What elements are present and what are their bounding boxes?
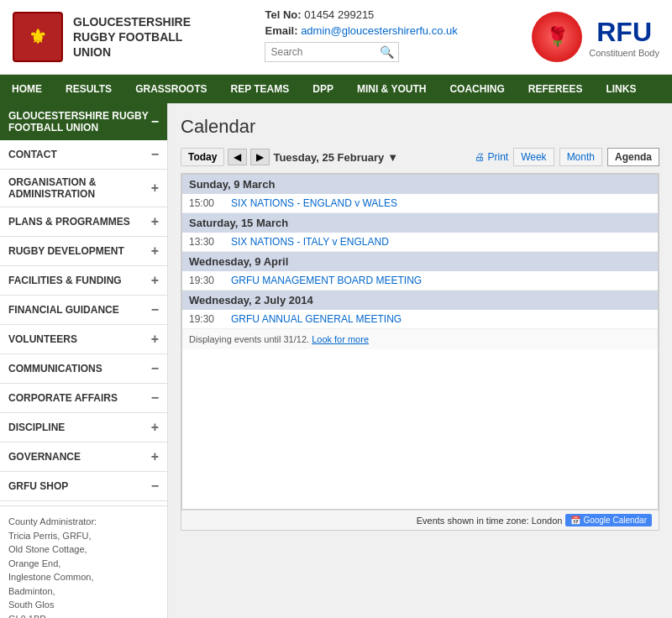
sidebar-item-financial-label: FINANCIAL GUIDANCE [8, 304, 119, 316]
sidebar-item-governance-label: GOVERNANCE [8, 451, 81, 463]
calendar-controls: Today ◀ ▶ Tuesday, 25 February ▼ 🖨 Print… [181, 148, 659, 166]
rfu-branding: RFU Constituent Body [589, 17, 659, 58]
nav-mini-youth[interactable]: MINI & YOUTH [345, 75, 438, 103]
event-time-4: 19:30 [189, 313, 231, 325]
event-name-3[interactable]: GRFU MANAGEMENT BOARD MEETING [231, 275, 422, 286]
nav: HOME RESULTS GRASSROOTS REP TEAMS DPP MI… [0, 75, 672, 103]
today-button[interactable]: Today [181, 148, 224, 166]
sidebar-item-discipline-label: DISCIPLINE [8, 422, 65, 433]
sidebar-address: County Administrator: Tricia Perris, GRF… [0, 505, 167, 618]
nav-rep-teams[interactable]: REP TEAMS [218, 75, 301, 103]
nav-links[interactable]: LINKS [594, 75, 648, 103]
address-postcode: GL9 1BP [8, 612, 159, 619]
org-name: GLOUCESTERSHIRE RUGBY FOOTBALL UNION [73, 14, 191, 60]
sidebar-item-grfu-shop[interactable]: GRFU SHOP − [0, 472, 167, 501]
sidebar-item-grfu-shop-label: GRFU SHOP [8, 480, 68, 492]
sidebar-item-organisation-toggle[interactable]: + [151, 181, 159, 196]
address-admin-label: County Administrator: [8, 515, 159, 529]
sidebar-item-plans-toggle[interactable]: + [151, 214, 159, 229]
next-button[interactable]: ▶ [250, 149, 270, 165]
sidebar-item-corporate-toggle[interactable]: − [151, 390, 159, 406]
header-left: GLOUCESTERSHIRE RUGBY FOOTBALL UNION [13, 12, 191, 62]
date-header-3: Wednesday, 9 April [182, 252, 658, 271]
date-header-4: Wednesday, 2 July 2014 [182, 291, 658, 310]
address-line5: South Glos [8, 598, 159, 612]
event-time-3: 19:30 [189, 275, 231, 286]
nav-referees[interactable]: REFEREES [517, 75, 595, 103]
page-title: Calendar [181, 116, 659, 138]
sidebar: GLOUCESTERSHIRE RUGBY FOOTBALL UNION − C… [0, 103, 168, 618]
event-name-4[interactable]: GRFU ANNUAL GENERAL MEETING [231, 313, 402, 325]
prev-button[interactable]: ◀ [228, 149, 247, 165]
sidebar-item-communications[interactable]: COMMUNICATIONS − [0, 354, 167, 384]
sidebar-item-facilities[interactable]: FACILITIES & FUNDING + [0, 266, 167, 296]
nav-results[interactable]: RESULTS [54, 75, 123, 103]
nav-coaching[interactable]: COACHING [438, 75, 516, 103]
sidebar-item-plans-label: PLANS & PROGRAMMES [8, 216, 130, 228]
sidebar-item-plans[interactable]: PLANS & PROGRAMMES + [0, 207, 167, 237]
event-time-1: 15:00 [189, 197, 231, 209]
date-header-1: Sunday, 9 March [182, 175, 658, 194]
sidebar-item-rugby-dev[interactable]: RUGBY DEVELOPMENT + [0, 237, 167, 266]
print-button[interactable]: 🖨 Print [475, 151, 508, 163]
nav-home[interactable]: HOME [0, 75, 54, 103]
email-line: Email: admin@gloucestershirerfu.co.uk [265, 24, 457, 37]
event-row-1: 15:00 SIX NATIONS - ENGLAND v WALES [182, 194, 658, 213]
nav-dpp[interactable]: DPP [301, 75, 345, 103]
email-label: Email: [265, 24, 297, 37]
sidebar-item-discipline-toggle[interactable]: + [151, 420, 159, 435]
sidebar-item-discipline[interactable]: DISCIPLINE + [0, 413, 167, 443]
sidebar-header: GLOUCESTERSHIRE RUGBY FOOTBALL UNION − [0, 103, 167, 140]
current-date-label: Tuesday, 25 February [273, 151, 384, 164]
nav-grassroots[interactable]: GRASSROOTS [123, 75, 218, 103]
email-link[interactable]: admin@gloucestershirerfu.co.uk [301, 24, 458, 37]
sidebar-item-corporate[interactable]: CORPORATE AFFAIRS − [0, 384, 167, 413]
search-input[interactable] [270, 46, 380, 58]
content: GLOUCESTERSHIRE RUGBY FOOTBALL UNION − C… [0, 103, 672, 618]
event-name-1[interactable]: SIX NATIONS - ENGLAND v WALES [231, 197, 397, 209]
print-icon: 🖨 [475, 151, 485, 163]
date-header-2: Saturday, 15 March [182, 213, 658, 233]
sidebar-item-volunteers[interactable]: VOLUNTEERS + [0, 325, 167, 354]
header-contact: Tel No: 01454 299215 Email: admin@glouce… [265, 8, 457, 65]
sidebar-item-rugby-dev-toggle[interactable]: + [151, 244, 159, 259]
sidebar-item-financial-toggle[interactable]: − [151, 302, 159, 317]
look-for-more-link[interactable]: Look for more [312, 334, 369, 344]
sidebar-item-volunteers-label: VOLUNTEERS [8, 333, 77, 345]
sidebar-item-financial[interactable]: FINANCIAL GUIDANCE − [0, 296, 167, 325]
sidebar-item-corporate-label: CORPORATE AFFAIRS [8, 392, 118, 404]
sidebar-item-governance[interactable]: GOVERNANCE + [0, 443, 167, 472]
sidebar-item-contact[interactable]: CONTACT − [0, 140, 167, 170]
sidebar-item-organisation[interactable]: ORGANISATION & ADMINISTRATION + [0, 170, 167, 207]
sidebar-header-toggle[interactable]: − [151, 114, 159, 129]
address-line4: Badminton, [8, 584, 159, 599]
footer-text: Displaying events until 31/12. [189, 334, 309, 344]
timezone-text: Events shown in time zone: London [417, 516, 563, 526]
month-view-button[interactable]: Month [559, 148, 602, 166]
agenda-view-button[interactable]: Agenda [607, 148, 659, 166]
sidebar-item-grfu-shop-toggle[interactable]: − [151, 479, 159, 494]
sidebar-item-contact-toggle[interactable]: − [151, 147, 159, 162]
event-name-2[interactable]: SIX NATIONS - ITALY v ENGLAND [231, 236, 389, 248]
event-row-4: 19:30 GRFU ANNUAL GENERAL MEETING [182, 310, 658, 329]
sidebar-item-contact-label: CONTACT [8, 149, 57, 160]
calendar-scroll[interactable]: Sunday, 9 March 15:00 SIX NATIONS - ENGL… [181, 174, 659, 510]
date-dropdown-arrow[interactable]: ▼ [387, 151, 398, 164]
print-label: Print [487, 151, 508, 163]
main-content: Calendar Today ◀ ▶ Tuesday, 25 February … [168, 103, 672, 618]
event-row-3: 19:30 GRFU MANAGEMENT BOARD MEETING [182, 271, 658, 291]
sidebar-item-governance-toggle[interactable]: + [151, 449, 159, 464]
google-icon: 📅 [570, 516, 580, 525]
search-box[interactable]: 🔍 [265, 42, 399, 62]
week-view-button[interactable]: Week [513, 148, 554, 166]
calendar-footer: Displaying events until 31/12. Look for … [182, 329, 658, 349]
sidebar-item-volunteers-toggle[interactable]: + [151, 332, 159, 347]
address-name: Tricia Perris, GRFU, [8, 529, 159, 543]
sidebar-item-communications-toggle[interactable]: − [151, 361, 159, 376]
date-display: Tuesday, 25 February ▼ [273, 151, 398, 164]
sidebar-item-facilities-toggle[interactable]: + [151, 273, 159, 288]
google-calendar-badge: 📅 Google Calendar [565, 514, 652, 526]
sidebar-item-facilities-label: FACILITIES & FUNDING [8, 275, 122, 286]
search-icon[interactable]: 🔍 [380, 45, 394, 59]
sidebar-item-communications-label: COMMUNICATIONS [8, 363, 102, 374]
